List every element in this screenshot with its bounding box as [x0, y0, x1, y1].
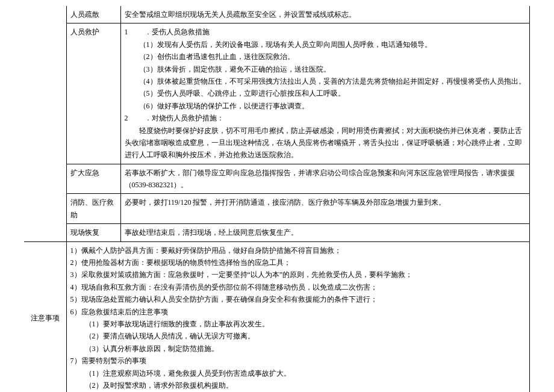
notes-1: 1）佩戴个人防护器具方面：要戴好劳保防护用品，做好自身防护措施不得盲目施救；	[70, 244, 526, 257]
row-content-rescue: 1 ．受伤人员急救措施 （1）发现有人受伤后，关闭设备电源，现场有关人员立即向周…	[120, 23, 530, 164]
notes-7: 7）需要特别警示的事项	[70, 355, 526, 367]
left-header-blank	[24, 6, 66, 241]
rescue-h1-3: （3）肢体骨折，固定伤肢，避免不正确的抬运，送往医院。	[125, 63, 526, 75]
procedure-table: 人员疏散 安全警戒组立即组织现场无关人员疏散至安全区，并设置警戒线或标志。 人员…	[24, 6, 530, 392]
notes-3: 3）采取救援对策或措施方面：应急救援时，一定要坚持“以人为本”的原则，先抢救受伤…	[70, 269, 526, 281]
rescue-h1: 1 ．受伤人员急救措施	[125, 26, 526, 38]
notes-6: 6）应急救援结束后的注意事项	[70, 306, 526, 318]
notes-4: 4）现场自救和互救方面：在没有弄清伤员的受伤部位前不得随意移动伤员，以免造成二次…	[70, 281, 526, 293]
row-label-rescue: 人员救护	[66, 23, 120, 164]
rescue-h1-4: （4）肢体被起重货物压住，不可采用强拽方法拉出人员，妥善的方法是先将货物抬起并固…	[125, 75, 526, 87]
rescue-h1-6: （6）做好事故现场的保护工作，以便进行事故调查。	[125, 100, 526, 112]
row-label-notes: 注意事项	[24, 241, 66, 392]
notes-7-1: （1）注意观察周边环境，避免救援人员受到伤害造成事故扩大。	[70, 367, 526, 379]
row-label-evacuation: 人员疏散	[66, 6, 120, 23]
notes-7-2: （2）及时报警求助，请求外部救援机构援助。	[70, 379, 526, 391]
row-content-fire: 必要时，拨打119/120 报警，并打开消防通道，接应消防、医疗救护等车辆及外部…	[120, 194, 530, 224]
rescue-h1-2: （2）创伤出血者迅速包扎止血，送往医院救治。	[125, 51, 526, 63]
row-content-recover: 事故处理结束后，清扫现场，经上级同意后恢复生产。	[120, 224, 530, 241]
rescue-h1-1: （1）发现有人受伤后，关闭设备电源，现场有关人员立即向周围人员呼救，电话通知领导…	[125, 39, 526, 51]
notes-5: 5）现场应急处置能力确认和人员安全防护方面，要在确保自身安全和有救援能力的条件下…	[70, 293, 526, 305]
row-label-escalate: 扩大应急	[66, 164, 120, 194]
row-content-evacuation: 安全警戒组立即组织现场无关人员疏散至安全区，并设置警戒线或标志。	[120, 6, 530, 23]
notes-6-3: （3）认真分析事故原因，制定防范措施。	[70, 343, 526, 355]
row-content-escalate: 若事故不断扩大，部门领导应立即向应急总指挥报告，并请求启动公司综合应急预案和向河…	[120, 164, 530, 194]
notes-6-1: （1）要对事故现场进行细致的搜查，防止事故再次发生。	[70, 318, 526, 330]
rescue-h2-1: 轻度烧伤时要保护好皮肤，切不可用毛巾擦拭，防止弄破感染，同时用烫伤膏擦拭；对大面…	[125, 125, 526, 161]
rescue-h2: 2 ．对烧伤人员救护措施：	[125, 112, 526, 124]
notes-6-2: （2）要清点确认现场人员情况，确认无误方可撤离。	[70, 330, 526, 342]
row-label-recover: 现场恢复	[66, 224, 120, 241]
rescue-h1-5: （5）受伤人员呼吸、心跳停止，立即进行心脏按压和人工呼吸。	[125, 87, 526, 99]
notes-2: 2）使用抢险器材方面：要根据现场的物质特性选择恰当的应急工具；	[70, 257, 526, 269]
row-label-fire: 消防、医疗救助	[66, 194, 120, 224]
row-content-notes: 1）佩戴个人防护器具方面：要戴好劳保防护用品，做好自身防护措施不得盲目施救； 2…	[66, 241, 530, 392]
